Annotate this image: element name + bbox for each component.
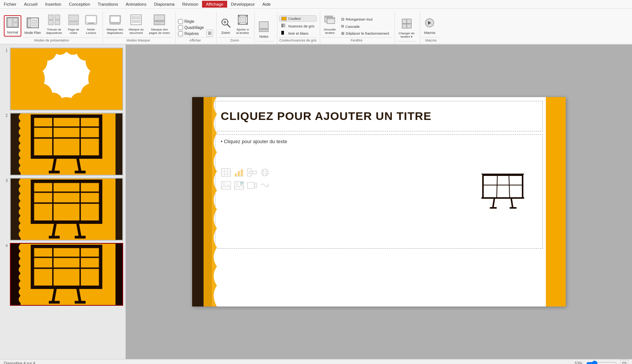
- fenetre-right-col: ⊟ Réorganiser tout ⧉ Cascade ⊞ Déplacer …: [339, 16, 391, 37]
- svg-rect-73: [32, 246, 101, 287]
- slide-right-bar: [546, 97, 566, 307]
- reperes-checkbox[interactable]: [178, 31, 183, 36]
- modes-masque-content: Masque desdiapositives Masque dudocument…: [104, 12, 172, 37]
- btn-masque-diap[interactable]: Masque desdiapositives: [104, 13, 126, 37]
- insert-table-icon[interactable]: [221, 167, 231, 178]
- slide-edit-area[interactable]: CLIQUEZ POUR AJOUTER UN TITRE • Cliquez …: [126, 45, 632, 359]
- btn-notes[interactable]: Notes: [256, 20, 271, 40]
- svg-line-56: [53, 157, 56, 172]
- ribbon: Normal Mode Plan Trieuse dediapositives: [0, 9, 632, 45]
- expand-icon[interactable]: ⊞: [206, 30, 213, 37]
- nouvelle-fenetre-icon: [324, 14, 335, 27]
- menu-diaporama[interactable]: Diaporama: [150, 1, 178, 8]
- btn-nuances-gris[interactable]: Nuances de gris: [279, 22, 317, 29]
- svg-rect-55: [32, 116, 101, 157]
- notes-content: Notes: [256, 12, 271, 40]
- zoom-fit-btn[interactable]: ⊡: [621, 360, 628, 364]
- btn-trieuse[interactable]: Trieuse dediapositives: [44, 13, 64, 37]
- couleur-content: Couleur Nuances de gris Noir et blanc: [279, 12, 317, 37]
- slide-item-2[interactable]: 2: [2, 113, 123, 176]
- group-label-changer-fenetre: [396, 41, 417, 42]
- zoom-content: Zoom Ajuster àla fenêtre: [218, 12, 251, 37]
- content-icons-grid[interactable]: [221, 167, 468, 192]
- menu-accueil[interactable]: Accueil: [20, 1, 41, 8]
- btn-couleur-label: Couleur: [288, 16, 301, 21]
- menu-conception[interactable]: Conception: [65, 1, 94, 8]
- zoom-slider[interactable]: [586, 361, 617, 364]
- btn-masque-notes[interactable]: Masque despages de notes: [147, 13, 172, 37]
- btn-couleur[interactable]: Couleur: [279, 15, 317, 22]
- btn-page-notes[interactable]: Page denotes: [65, 13, 82, 37]
- svg-rect-26: [132, 20, 136, 23]
- menu-insertion[interactable]: Insertion: [41, 1, 65, 8]
- insert-action-icon[interactable]: [260, 180, 270, 191]
- menu-aide[interactable]: Aide: [258, 1, 274, 8]
- checkbox-reperes[interactable]: Repères: [177, 31, 205, 37]
- menu-animations[interactable]: Animations: [122, 1, 150, 8]
- btn-macros[interactable]: Macros: [422, 16, 438, 37]
- btn-cascade[interactable]: ⧉ Cascade: [339, 23, 391, 30]
- insert-online-image-icon[interactable]: [234, 180, 244, 191]
- btn-normal[interactable]: Normal: [4, 15, 21, 37]
- insert-image-icon[interactable]: [221, 180, 231, 191]
- svg-line-74: [53, 287, 56, 302]
- slide-thumb-3[interactable]: [10, 178, 123, 241]
- btn-masque-doc[interactable]: Masque dudocument: [126, 13, 146, 37]
- btn-zoom[interactable]: Zoom: [218, 16, 233, 37]
- svg-line-65: [53, 222, 56, 237]
- menu-transitions[interactable]: Transitions: [94, 1, 122, 8]
- menu-developpeur[interactable]: Développeur: [227, 1, 258, 8]
- menu-revision[interactable]: Révision: [178, 1, 202, 8]
- btn-mode-lecture[interactable]: ModeLecture: [83, 13, 99, 37]
- main-slide[interactable]: CLIQUEZ POUR AJOUTER UN TITRE • Cliquez …: [192, 97, 566, 307]
- svg-rect-44: [281, 31, 284, 35]
- svg-rect-27: [136, 20, 140, 23]
- svg-point-96: [261, 169, 268, 176]
- slide-number-2: 2: [2, 113, 8, 118]
- btn-changer-fenetre[interactable]: Changer defenêtre ▾: [396, 17, 417, 40]
- slides-panel: 1 2: [0, 45, 126, 359]
- slide-content[interactable]: CLIQUEZ POUR AJOUTER UN TITRE • Cliquez …: [215, 101, 543, 303]
- noir-blanc-icon: [281, 31, 287, 35]
- slide-thumb-4[interactable]: [10, 243, 123, 306]
- slide-item-3[interactable]: 3: [2, 178, 123, 241]
- insert-smartart-icon[interactable]: [247, 167, 257, 178]
- btn-nouvelle-fenetre[interactable]: Nouvellefenêtre: [322, 13, 338, 37]
- btn-mode-plan[interactable]: Mode Plan: [22, 16, 43, 37]
- ribbon-content: Normal Mode Plan Trieuse dediapositives: [2, 10, 630, 44]
- ribbon-group-modes-masque: Masque desdiapositives Masque dudocument…: [103, 12, 176, 44]
- slide-item-1[interactable]: 1: [2, 48, 123, 110]
- svg-rect-91: [247, 169, 251, 172]
- slide-item-4[interactable]: 4: [2, 243, 123, 306]
- group-label-notes: [256, 41, 274, 42]
- slide-title-box[interactable]: CLIQUEZ POUR AJOUTER UN TITRE: [215, 101, 543, 131]
- checkbox-quadrillage[interactable]: Quadrillage: [177, 25, 205, 30]
- btn-ajuster[interactable]: Ajuster àla fenêtre: [234, 13, 251, 37]
- btn-deplacer[interactable]: ⊞ Déplacer le fractionnement: [339, 30, 391, 37]
- svg-rect-2: [13, 18, 18, 22]
- insert-chart-icon[interactable]: [234, 167, 244, 178]
- regle-checkbox[interactable]: [178, 19, 183, 24]
- couleur-swatch: [281, 17, 287, 21]
- svg-rect-89: [241, 169, 243, 176]
- btn-reorganiser[interactable]: ⊟ Réorganiser tout: [339, 16, 391, 22]
- ribbon-group-fenetre: Nouvellefenêtre ⊟ Réorganiser tout ⧉ Cas…: [320, 12, 395, 44]
- billboard-large: [480, 174, 526, 210]
- svg-rect-93: [253, 171, 257, 174]
- ribbon-group-notes: Notes: [255, 12, 278, 44]
- slide-thumb-2[interactable]: [10, 113, 123, 176]
- menu-fichier[interactable]: Fichier: [0, 1, 20, 8]
- menu-affichage[interactable]: Affichage: [202, 1, 227, 8]
- insert-video-icon[interactable]: [247, 180, 257, 191]
- afficher-content: Règle Quadrillage Repères ⊞: [177, 12, 213, 37]
- insert-online-icon[interactable]: [260, 167, 270, 178]
- slide-thumb-1[interactable]: [10, 48, 123, 110]
- bullet-point: •: [221, 139, 224, 144]
- slide-body-box[interactable]: • Cliquez pour ajouter du texte: [215, 134, 543, 249]
- btn-noir-blanc[interactable]: Noir et blanc: [279, 30, 317, 37]
- svg-rect-21: [111, 16, 120, 22]
- svg-rect-37: [240, 17, 246, 23]
- quadrillage-checkbox[interactable]: [178, 25, 183, 30]
- checkbox-regle[interactable]: Règle: [177, 19, 205, 24]
- masque-notes-icon: [153, 14, 165, 27]
